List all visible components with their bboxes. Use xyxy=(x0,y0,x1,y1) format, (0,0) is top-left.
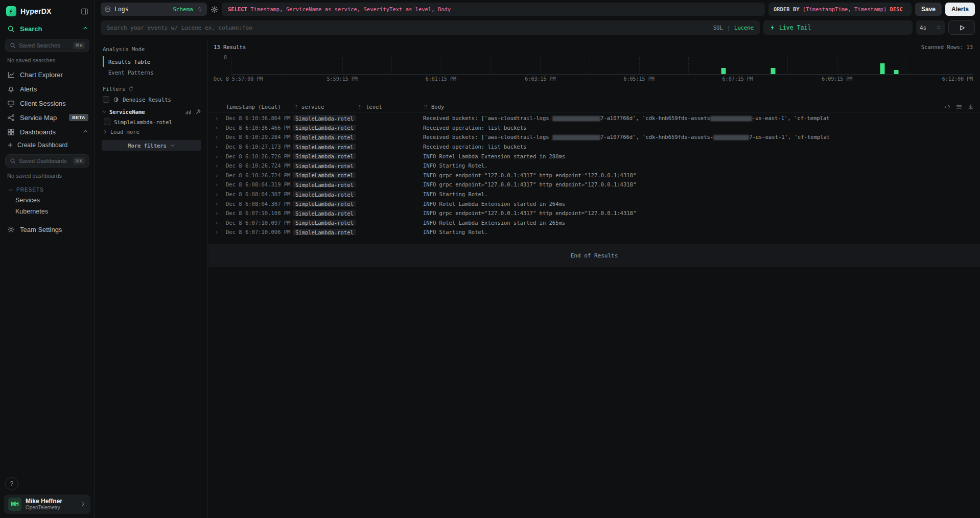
language-toggle-sql[interactable]: SQL xyxy=(713,25,723,31)
drag-handle-icon[interactable] xyxy=(293,104,298,109)
search-icon xyxy=(10,158,16,164)
table-row[interactable]: ›Dec 8 6:08:04.319 PMSimpleLambda-rotelI… xyxy=(214,180,974,190)
x-axis-tick-label: 5:59:15 PM xyxy=(327,76,358,82)
event-search-input[interactable] xyxy=(107,25,709,31)
view-source-code-icon[interactable] xyxy=(944,104,950,110)
create-dashboard-button[interactable]: Create Dashboard xyxy=(0,139,95,151)
table-row[interactable]: ›Dec 8 6:07:10.108 PMSimpleLambda-rotelI… xyxy=(214,208,974,218)
alerts-button[interactable]: Alerts xyxy=(945,3,975,16)
create-dashboard-label: Create Dashboard xyxy=(17,142,67,149)
histogram-bar[interactable] xyxy=(894,70,899,74)
refresh-icon[interactable] xyxy=(128,86,133,91)
row-expand-chevron-icon[interactable]: › xyxy=(214,229,226,235)
row-expand-chevron-icon[interactable]: › xyxy=(214,181,226,187)
chevron-up-icon[interactable] xyxy=(82,128,88,136)
presets-heading[interactable]: PRESETS xyxy=(0,183,95,195)
x-axis-tick-label: 6:03:15 PM xyxy=(525,76,555,82)
facet-servicename[interactable]: ServiceName xyxy=(102,109,201,115)
monitor-icon xyxy=(7,100,15,107)
table-row[interactable]: ›Dec 8 6:08:04.307 PMSimpleLambda-rotelI… xyxy=(214,190,974,199)
analysis-mode-event-patterns[interactable]: Event Patterns xyxy=(103,67,201,78)
histogram-bar[interactable] xyxy=(880,63,884,74)
analysis-mode-results-table[interactable]: Results Table xyxy=(103,56,201,67)
histogram-bar[interactable] xyxy=(721,68,726,74)
source-select[interactable]: Logs Schema xyxy=(101,3,207,16)
drag-handle-icon[interactable] xyxy=(358,104,363,109)
denoise-results-checkbox-row[interactable]: Denoise Results xyxy=(103,96,201,103)
table-row[interactable]: ›Dec 8 6:10:26.724 PMSimpleLambda-rotelI… xyxy=(214,161,974,171)
table-row[interactable]: ›Dec 8 6:10:26.726 PMSimpleLambda-rotelI… xyxy=(214,151,974,161)
table-row[interactable]: ›Dec 8 6:07:10.096 PMSimpleLambda-rotelI… xyxy=(214,227,974,237)
sidebar-item-client-sessions[interactable]: Client Sessions xyxy=(0,96,95,110)
preset-item-services[interactable]: Services xyxy=(0,195,95,206)
row-timestamp: Dec 8 6:07:10.097 PM xyxy=(226,220,293,226)
table-row[interactable]: ›Dec 8 6:08:04.307 PMSimpleLambda-rotelI… xyxy=(214,199,974,208)
row-timestamp: Dec 8 6:10:36.864 PM xyxy=(226,115,293,121)
row-expand-chevron-icon[interactable]: › xyxy=(214,172,226,178)
row-expand-chevron-icon[interactable]: › xyxy=(214,162,226,169)
x-axis-tick-label: 6:07:15 PM xyxy=(722,76,753,82)
pin-icon[interactable] xyxy=(195,109,201,115)
schema-link[interactable]: Schema xyxy=(173,6,193,13)
column-header-timestamp[interactable]: Timestamp (Local) xyxy=(226,104,293,110)
user-menu[interactable]: MH Mike Heffner OpenTelemetry xyxy=(4,495,90,514)
row-expand-chevron-icon[interactable]: › xyxy=(214,115,226,121)
saved-dashboards-search[interactable]: ⌘K xyxy=(5,154,89,168)
sidebar-collapse-icon[interactable] xyxy=(81,8,88,15)
table-row[interactable]: ›Dec 8 6:10:29.284 PMSimpleLambda-rotelR… xyxy=(214,132,974,142)
facet-value-row[interactable]: SimpleLambda-rotel xyxy=(104,119,201,125)
sidebar: HyperDX Search ⌘K No saved searches Char… xyxy=(0,0,95,518)
sidebar-item-chart-explorer[interactable]: Chart Explorer xyxy=(0,67,95,82)
sidebar-item-search[interactable]: Search xyxy=(0,21,95,36)
table-row[interactable]: ›Dec 8 6:10:36.864 PMSimpleLambda-rotelR… xyxy=(214,113,974,123)
checkbox[interactable] xyxy=(104,119,110,125)
column-header-service[interactable]: service xyxy=(293,104,358,110)
help-button[interactable]: ? xyxy=(5,477,18,490)
order-by-input[interactable]: ORDER BY (TimestampTime, Timestamp) DESC xyxy=(768,3,912,16)
sidebar-item-team-settings[interactable]: Team Settings xyxy=(0,222,95,237)
table-row[interactable]: ›Dec 8 6:10:36.466 PMSimpleLambda-rotelR… xyxy=(214,123,974,133)
live-tail-button[interactable]: Live Tail xyxy=(763,20,913,35)
more-filters-button[interactable]: More filters xyxy=(102,140,201,151)
row-expand-chevron-icon[interactable]: › xyxy=(214,125,226,131)
y-axis-tick-label: 8 xyxy=(224,55,227,60)
saved-searches-search[interactable]: ⌘K xyxy=(5,39,89,52)
saved-searches-input[interactable] xyxy=(19,42,70,49)
checkbox[interactable] xyxy=(103,96,109,103)
chevron-up-icon[interactable] xyxy=(82,25,88,33)
sql-select-input[interactable]: SELECT Timestamp, ServiceName as service… xyxy=(222,3,765,16)
language-toggle-lucene[interactable]: Lucene xyxy=(734,25,754,31)
save-button[interactable]: Save xyxy=(915,3,942,16)
row-expand-chevron-icon[interactable]: › xyxy=(214,144,226,150)
row-expand-chevron-icon[interactable]: › xyxy=(214,153,226,159)
load-more-button[interactable]: Load more xyxy=(103,129,201,135)
row-expand-chevron-icon[interactable]: › xyxy=(214,201,226,207)
saved-dashboards-input[interactable] xyxy=(19,158,70,164)
row-expand-chevron-icon[interactable]: › xyxy=(214,134,226,140)
table-row[interactable]: ›Dec 8 6:10:26.724 PMSimpleLambda-rotelI… xyxy=(214,171,974,180)
sidebar-item-dashboards[interactable]: Dashboards xyxy=(0,125,95,139)
row-expand-chevron-icon[interactable]: › xyxy=(214,220,226,226)
row-expand-chevron-icon[interactable]: › xyxy=(214,210,226,216)
facet-chart-icon[interactable] xyxy=(185,109,191,115)
row-body: INFO Rotel Lambda Extension started in 2… xyxy=(423,201,974,207)
drag-handle-icon[interactable] xyxy=(423,104,428,109)
service-chip: SimpleLambda-rotel xyxy=(293,153,356,159)
run-query-button[interactable] xyxy=(948,20,975,35)
download-icon[interactable] xyxy=(968,104,974,110)
column-header-body[interactable]: Body xyxy=(423,104,944,110)
sidebar-item-service-map[interactable]: Service Map BETA xyxy=(0,110,95,125)
row-density-icon[interactable] xyxy=(956,104,962,110)
column-header-level[interactable]: level xyxy=(358,104,423,110)
preset-item-kubernetes[interactable]: Kubernetes xyxy=(0,206,95,217)
table-row[interactable]: ›Dec 8 6:07:10.097 PMSimpleLambda-rotelI… xyxy=(214,218,974,228)
event-search-bar[interactable]: SQL | Lucene xyxy=(101,20,760,35)
histogram-bar[interactable] xyxy=(771,68,776,74)
row-expand-chevron-icon[interactable]: › xyxy=(214,191,226,197)
sidebar-item-alerts[interactable]: Alerts xyxy=(0,82,95,96)
gridline xyxy=(837,57,837,75)
table-row[interactable]: ›Dec 8 6:10:27.173 PMSimpleLambda-rotelR… xyxy=(214,142,974,152)
query-settings-gear-icon[interactable] xyxy=(211,6,218,13)
events-histogram: 8 Dec 8 5:57:00 PM5:59:15 PM6:01:15 PM6:… xyxy=(214,57,973,83)
refresh-interval-select[interactable]: 4s xyxy=(916,20,945,35)
